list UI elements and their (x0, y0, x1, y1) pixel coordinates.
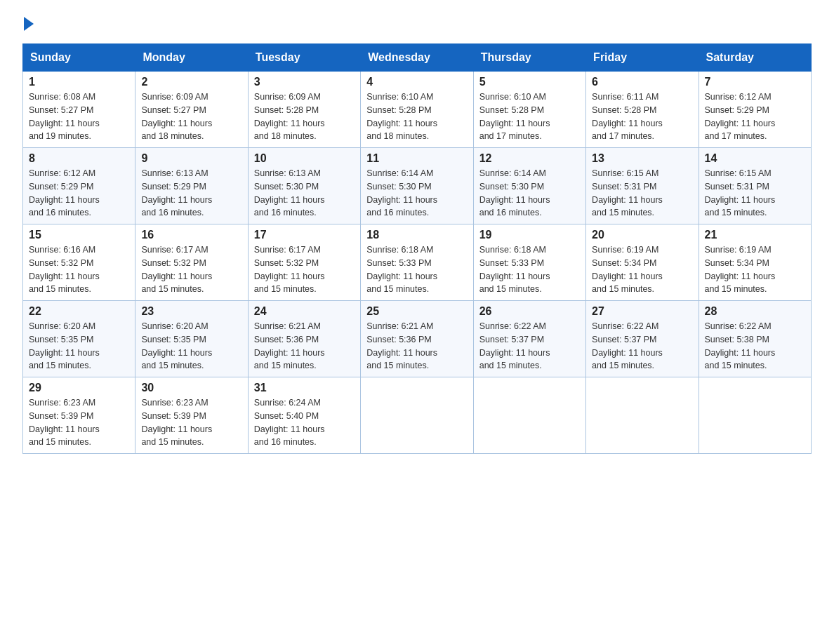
col-header-wednesday: Wednesday (361, 44, 473, 72)
calendar-cell: 11Sunrise: 6:14 AMSunset: 5:30 PMDayligh… (361, 148, 473, 224)
calendar-cell: 5Sunrise: 6:10 AMSunset: 5:28 PMDaylight… (473, 72, 585, 148)
day-number: 23 (141, 305, 241, 318)
calendar-cell: 28Sunrise: 6:22 AMSunset: 5:38 PMDayligh… (699, 301, 811, 377)
day-number: 13 (592, 152, 692, 165)
day-info: Sunrise: 6:24 AMSunset: 5:40 PMDaylight:… (254, 396, 355, 449)
calendar-header-row: SundayMondayTuesdayWednesdayThursdayFrid… (23, 44, 812, 72)
day-number: 31 (254, 382, 355, 394)
calendar-cell (361, 377, 473, 454)
day-number: 28 (705, 305, 805, 318)
calendar-week-row: 29Sunrise: 6:23 AMSunset: 5:39 PMDayligh… (23, 377, 812, 454)
day-info: Sunrise: 6:09 AMSunset: 5:28 PMDaylight:… (254, 90, 355, 143)
day-number: 3 (254, 76, 355, 88)
calendar-cell: 9Sunrise: 6:13 AMSunset: 5:29 PMDaylight… (135, 148, 248, 224)
calendar-cell: 2Sunrise: 6:09 AMSunset: 5:27 PMDaylight… (135, 72, 248, 148)
col-header-saturday: Saturday (699, 44, 811, 72)
day-number: 10 (254, 152, 355, 165)
day-number: 6 (592, 76, 692, 88)
day-number: 18 (366, 229, 467, 241)
calendar-cell: 25Sunrise: 6:21 AMSunset: 5:36 PMDayligh… (361, 301, 473, 377)
calendar-cell: 27Sunrise: 6:22 AMSunset: 5:37 PMDayligh… (586, 301, 699, 377)
calendar-week-row: 15Sunrise: 6:16 AMSunset: 5:32 PMDayligh… (23, 224, 812, 301)
calendar-cell: 31Sunrise: 6:24 AMSunset: 5:40 PMDayligh… (248, 377, 360, 454)
day-info: Sunrise: 6:15 AMSunset: 5:31 PMDaylight:… (592, 167, 692, 220)
calendar-cell: 3Sunrise: 6:09 AMSunset: 5:28 PMDaylight… (248, 72, 360, 148)
day-info: Sunrise: 6:22 AMSunset: 5:37 PMDaylight:… (592, 320, 692, 373)
day-info: Sunrise: 6:19 AMSunset: 5:34 PMDaylight:… (592, 243, 692, 296)
day-number: 7 (705, 76, 805, 88)
calendar-cell: 20Sunrise: 6:19 AMSunset: 5:34 PMDayligh… (586, 224, 699, 301)
day-number: 26 (479, 305, 580, 318)
calendar-cell: 6Sunrise: 6:11 AMSunset: 5:28 PMDaylight… (586, 72, 699, 148)
logo (22, 17, 34, 29)
day-info: Sunrise: 6:14 AMSunset: 5:30 PMDaylight:… (479, 167, 580, 220)
calendar-cell: 30Sunrise: 6:23 AMSunset: 5:39 PMDayligh… (135, 377, 248, 454)
day-number: 15 (29, 229, 129, 241)
calendar-cell: 23Sunrise: 6:20 AMSunset: 5:35 PMDayligh… (135, 301, 248, 377)
calendar-cell: 7Sunrise: 6:12 AMSunset: 5:29 PMDaylight… (699, 72, 811, 148)
day-number: 12 (479, 152, 580, 165)
day-number: 19 (479, 229, 580, 241)
col-header-thursday: Thursday (473, 44, 585, 72)
day-info: Sunrise: 6:21 AMSunset: 5:36 PMDaylight:… (366, 320, 467, 373)
calendar-cell: 18Sunrise: 6:18 AMSunset: 5:33 PMDayligh… (361, 224, 473, 301)
calendar-cell: 15Sunrise: 6:16 AMSunset: 5:32 PMDayligh… (23, 224, 135, 301)
day-info: Sunrise: 6:12 AMSunset: 5:29 PMDaylight:… (29, 167, 129, 220)
day-number: 22 (29, 305, 129, 318)
calendar-cell: 14Sunrise: 6:15 AMSunset: 5:31 PMDayligh… (699, 148, 811, 224)
logo-arrow-icon (24, 17, 34, 31)
calendar-cell (473, 377, 585, 454)
calendar-week-row: 22Sunrise: 6:20 AMSunset: 5:35 PMDayligh… (23, 301, 812, 377)
day-number: 1 (29, 76, 129, 88)
day-number: 24 (254, 305, 355, 318)
day-info: Sunrise: 6:18 AMSunset: 5:33 PMDaylight:… (479, 243, 580, 296)
col-header-sunday: Sunday (23, 44, 135, 72)
page-header (22, 17, 812, 29)
day-info: Sunrise: 6:15 AMSunset: 5:31 PMDaylight:… (705, 167, 805, 220)
day-info: Sunrise: 6:23 AMSunset: 5:39 PMDaylight:… (29, 396, 129, 449)
calendar-cell: 17Sunrise: 6:17 AMSunset: 5:32 PMDayligh… (248, 224, 360, 301)
day-info: Sunrise: 6:23 AMSunset: 5:39 PMDaylight:… (141, 396, 241, 449)
calendar-cell: 26Sunrise: 6:22 AMSunset: 5:37 PMDayligh… (473, 301, 585, 377)
day-number: 5 (479, 76, 580, 88)
day-number: 27 (592, 305, 692, 318)
day-info: Sunrise: 6:21 AMSunset: 5:36 PMDaylight:… (254, 320, 355, 373)
day-number: 20 (592, 229, 692, 241)
day-number: 8 (29, 152, 129, 165)
calendar-cell: 4Sunrise: 6:10 AMSunset: 5:28 PMDaylight… (361, 72, 473, 148)
calendar-cell (699, 377, 811, 454)
calendar-cell (586, 377, 699, 454)
calendar-cell: 22Sunrise: 6:20 AMSunset: 5:35 PMDayligh… (23, 301, 135, 377)
day-info: Sunrise: 6:22 AMSunset: 5:38 PMDaylight:… (705, 320, 805, 373)
calendar-week-row: 8Sunrise: 6:12 AMSunset: 5:29 PMDaylight… (23, 148, 812, 224)
calendar-table: SundayMondayTuesdayWednesdayThursdayFrid… (22, 43, 812, 454)
day-info: Sunrise: 6:10 AMSunset: 5:28 PMDaylight:… (479, 90, 580, 143)
calendar-cell: 8Sunrise: 6:12 AMSunset: 5:29 PMDaylight… (23, 148, 135, 224)
col-header-monday: Monday (135, 44, 248, 72)
calendar-cell: 10Sunrise: 6:13 AMSunset: 5:30 PMDayligh… (248, 148, 360, 224)
day-info: Sunrise: 6:17 AMSunset: 5:32 PMDaylight:… (141, 243, 241, 296)
day-number: 9 (141, 152, 241, 165)
calendar-cell: 19Sunrise: 6:18 AMSunset: 5:33 PMDayligh… (473, 224, 585, 301)
day-number: 30 (141, 382, 241, 394)
day-info: Sunrise: 6:16 AMSunset: 5:32 PMDaylight:… (29, 243, 129, 296)
calendar-cell: 16Sunrise: 6:17 AMSunset: 5:32 PMDayligh… (135, 224, 248, 301)
day-info: Sunrise: 6:18 AMSunset: 5:33 PMDaylight:… (366, 243, 467, 296)
calendar-cell: 21Sunrise: 6:19 AMSunset: 5:34 PMDayligh… (699, 224, 811, 301)
day-info: Sunrise: 6:20 AMSunset: 5:35 PMDaylight:… (29, 320, 129, 373)
day-info: Sunrise: 6:13 AMSunset: 5:29 PMDaylight:… (141, 167, 241, 220)
calendar-cell: 13Sunrise: 6:15 AMSunset: 5:31 PMDayligh… (586, 148, 699, 224)
day-number: 16 (141, 229, 241, 241)
day-info: Sunrise: 6:19 AMSunset: 5:34 PMDaylight:… (705, 243, 805, 296)
day-info: Sunrise: 6:12 AMSunset: 5:29 PMDaylight:… (705, 90, 805, 143)
day-info: Sunrise: 6:09 AMSunset: 5:27 PMDaylight:… (141, 90, 241, 143)
day-info: Sunrise: 6:13 AMSunset: 5:30 PMDaylight:… (254, 167, 355, 220)
day-number: 25 (366, 305, 467, 318)
day-number: 11 (366, 152, 467, 165)
day-number: 2 (141, 76, 241, 88)
calendar-week-row: 1Sunrise: 6:08 AMSunset: 5:27 PMDaylight… (23, 72, 812, 148)
day-info: Sunrise: 6:11 AMSunset: 5:28 PMDaylight:… (592, 90, 692, 143)
calendar-cell: 12Sunrise: 6:14 AMSunset: 5:30 PMDayligh… (473, 148, 585, 224)
calendar-cell: 1Sunrise: 6:08 AMSunset: 5:27 PMDaylight… (23, 72, 135, 148)
day-info: Sunrise: 6:20 AMSunset: 5:35 PMDaylight:… (141, 320, 241, 373)
